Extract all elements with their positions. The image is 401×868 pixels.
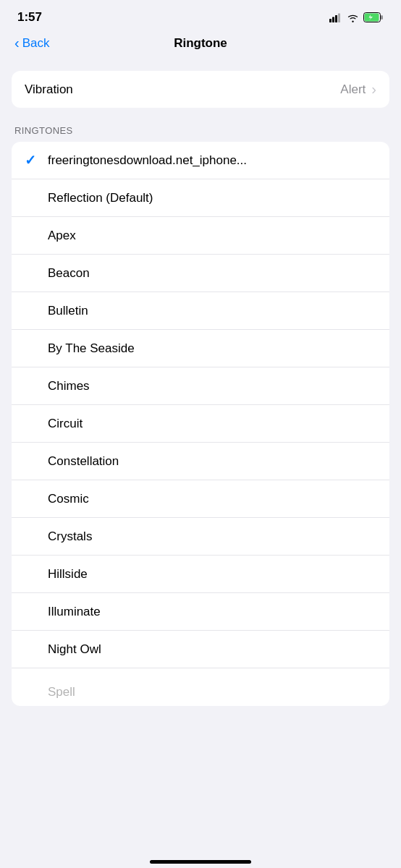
ringtones-list: ✓ freeringtonesdownload.net_iphone... Re… xyxy=(12,142,389,706)
svg-rect-6 xyxy=(381,15,383,20)
nav-bar: ‹ Back Ringtone xyxy=(0,30,401,59)
vibration-label: Vibration xyxy=(25,82,73,97)
ringtones-section-label: RINGTONES xyxy=(12,125,389,142)
list-item[interactable]: Reflection (Default) xyxy=(12,179,389,217)
ringtone-name: Cosmic xyxy=(25,492,89,506)
ringtone-name: Hillside xyxy=(25,567,88,582)
back-label: Back xyxy=(22,36,50,51)
list-item[interactable]: Night Owl xyxy=(12,631,389,668)
ringtone-name: Spell xyxy=(25,685,75,699)
ringtone-name: Night Owl xyxy=(25,642,101,657)
ringtone-item-selected[interactable]: ✓ freeringtonesdownload.net_iphone... xyxy=(12,142,389,179)
ringtone-name: Reflection (Default) xyxy=(25,191,153,205)
svg-rect-0 xyxy=(329,19,332,22)
vibration-chevron-icon: › xyxy=(371,81,376,98)
status-bar: 1:57 xyxy=(0,0,401,30)
list-item[interactable]: Illuminate xyxy=(12,593,389,631)
list-item[interactable]: Hillside xyxy=(12,556,389,593)
page-title: Ringtone xyxy=(174,36,227,51)
home-indicator xyxy=(0,853,401,868)
list-item[interactable]: By The Seaside xyxy=(12,330,389,367)
ringtone-name: Beacon xyxy=(25,266,90,281)
list-item[interactable]: Beacon xyxy=(12,255,389,292)
list-item[interactable]: Apex xyxy=(12,217,389,255)
wifi-icon xyxy=(347,13,359,22)
list-item[interactable]: Cosmic xyxy=(12,480,389,518)
ringtone-name: By The Seaside xyxy=(25,341,135,356)
svg-rect-1 xyxy=(332,17,334,22)
ringtone-name: Circuit xyxy=(25,417,83,431)
ringtone-name: Chimes xyxy=(25,379,90,393)
ringtone-name: freeringtonesdownload.net_iphone... xyxy=(48,153,247,168)
ringtone-name: Bulletin xyxy=(25,304,88,318)
ringtone-name: Apex xyxy=(25,229,76,243)
back-chevron-icon: ‹ xyxy=(14,35,20,51)
list-item[interactable]: Circuit xyxy=(12,405,389,443)
main-content: Vibration Alert › RINGTONES ✓ freeringto… xyxy=(0,59,401,706)
list-item[interactable]: Bulletin xyxy=(12,292,389,330)
list-item[interactable]: Constellation xyxy=(12,443,389,480)
checkmark-icon: ✓ xyxy=(25,152,48,169)
status-time: 1:57 xyxy=(17,10,42,25)
list-item[interactable]: Chimes xyxy=(12,367,389,405)
home-bar xyxy=(150,860,251,864)
signal-icon xyxy=(329,13,342,22)
svg-rect-3 xyxy=(338,13,340,22)
status-icons xyxy=(329,12,384,22)
ringtone-name: Crystals xyxy=(25,529,92,544)
list-item[interactable]: Crystals xyxy=(12,518,389,556)
ringtone-name: Constellation xyxy=(25,454,119,469)
battery-icon xyxy=(363,12,384,22)
ringtone-name: Illuminate xyxy=(25,605,101,619)
vibration-alert-text: Alert xyxy=(340,82,366,97)
list-item[interactable]: Spell xyxy=(12,668,389,706)
vibration-row[interactable]: Vibration Alert › xyxy=(12,71,389,108)
vibration-value: Alert › xyxy=(340,81,376,98)
svg-rect-2 xyxy=(335,15,337,22)
back-button[interactable]: ‹ Back xyxy=(14,35,49,51)
